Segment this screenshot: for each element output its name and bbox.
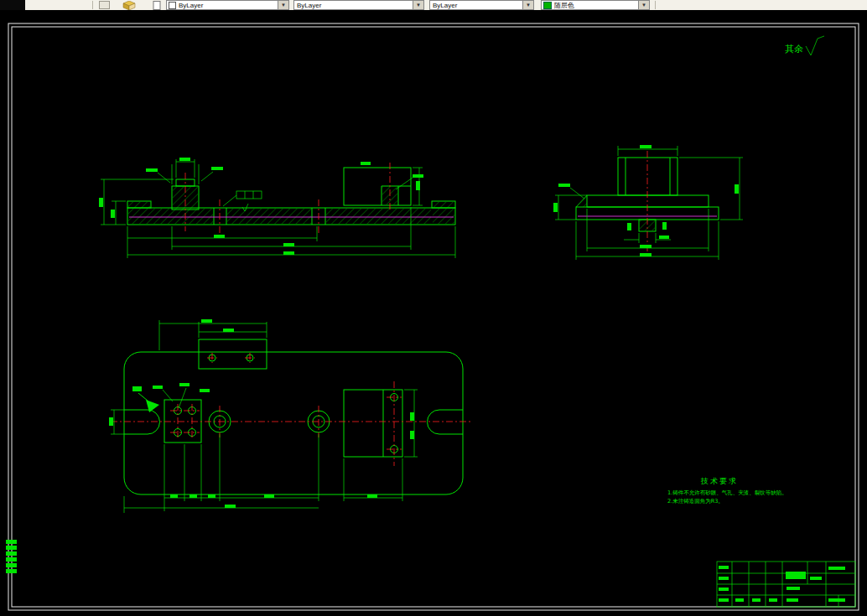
sheet-icon[interactable]	[153, 0, 161, 10]
plan-view	[109, 319, 473, 513]
toolbar-separator	[655, 1, 656, 9]
front-section-view	[99, 158, 455, 258]
tech-requirements-title: 技术要求	[700, 477, 738, 485]
sheet-frame	[8, 23, 859, 610]
linetype-combo-value: ByLayer	[294, 2, 321, 9]
layer-combo-value: ByLayer	[176, 2, 203, 9]
toolbar-separator	[92, 1, 93, 9]
toolbar-button[interactable]	[99, 1, 110, 9]
color-combo-value: 随层色	[552, 1, 574, 10]
color-swatch	[543, 2, 552, 9]
layer-combo[interactable]: ByLayer ▼	[166, 0, 289, 10]
side-view	[553, 145, 743, 260]
chevron-down-icon[interactable]: ▼	[413, 1, 423, 9]
drawing-canvas[interactable]: 其余	[0, 0, 867, 616]
surface-roughness-note: 其余	[785, 36, 824, 55]
lineweight-combo-value: ByLayer	[430, 2, 457, 9]
object-properties-toolbar: ByLayer ▼ ByLayer ▼ ByLayer ▼ 随层色 ▼	[0, 0, 867, 10]
tech-requirement-item: 1.铸件不允许有砂眼、气孔、夹渣、裂纹等缺陷。	[667, 489, 787, 496]
lineweight-combo[interactable]: ByLayer ▼	[429, 0, 534, 10]
tech-requirements: 技术要求 1.铸件不允许有砂眼、气孔、夹渣、裂纹等缺陷。 2.未注铸造圆角为R3…	[667, 477, 787, 505]
chevron-down-icon[interactable]: ▼	[638, 1, 649, 9]
title-block	[717, 562, 855, 607]
roughness-icon	[806, 36, 824, 55]
surface-note-text: 其余	[785, 44, 803, 54]
tech-requirement-item: 2.未注铸造圆角为R3。	[667, 498, 724, 505]
toolbar-dark-segment	[0, 0, 25, 10]
color-combo[interactable]: 随层色 ▼	[541, 0, 650, 10]
cube-icon[interactable]	[122, 0, 136, 10]
cad-window: ByLayer ▼ ByLayer ▼ ByLayer ▼ 随层色 ▼	[0, 0, 867, 616]
linetype-combo[interactable]: ByLayer ▼	[293, 0, 424, 10]
layer-state-icon	[169, 2, 176, 9]
chevron-down-icon[interactable]: ▼	[278, 1, 288, 9]
chevron-down-icon[interactable]: ▼	[522, 1, 533, 9]
